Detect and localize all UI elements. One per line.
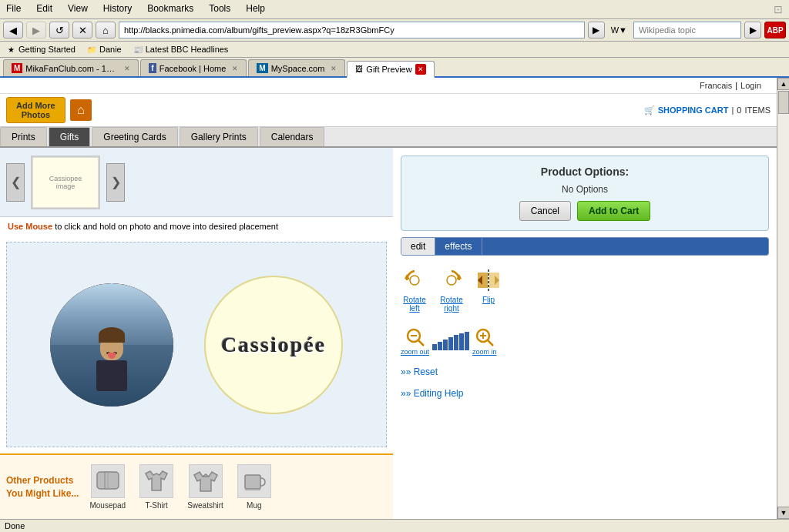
tab-myspace[interactable]: M MySpace.com ✕ — [248, 59, 345, 76]
photo-thumbnail[interactable]: Cassiopeeimage — [31, 156, 100, 209]
scroll-thumb[interactable] — [778, 91, 789, 114]
instruction-highlight: Use Mouse — [8, 222, 52, 231]
tab-gift-preview[interactable]: 🖼 Gift Preview ✕ — [347, 61, 434, 78]
product-canvas[interactable]: Cassiopée — [6, 242, 387, 447]
tab-facebook-close[interactable]: ✕ — [232, 65, 238, 72]
menu-edit[interactable]: Edit — [33, 2, 55, 17]
toolbar: ◀ ▶ ↺ ✕ ⌂ ▶ W▼ ▶ ABP — [0, 19, 789, 42]
home-icon[interactable]: ⌂ — [70, 99, 92, 121]
zoom-bars — [432, 332, 469, 350]
content-area: ❮ Cassiopeeimage ❯ Use Mouse to cli — [0, 148, 777, 519]
product-round[interactable]: Cassiopée — [204, 276, 343, 414]
nav-tab-greeting-cards[interactable]: Greeting Cards — [92, 127, 177, 146]
nav-tab-prints[interactable]: Prints — [0, 127, 47, 146]
no-options-text: No Options — [411, 184, 759, 195]
nav-tab-gallery-prints[interactable]: Gallery Prints — [180, 127, 258, 146]
search-go-button[interactable]: ▶ — [744, 22, 761, 38]
cancel-button[interactable]: Cancel — [519, 201, 571, 221]
menu-bar: File Edit View History Bookmarks Tools H… — [0, 0, 789, 19]
go-button[interactable]: ▶ — [588, 22, 605, 38]
rotate-right-label[interactable]: Rotate right — [440, 296, 462, 313]
sweatshirt-label: Sweatshirt — [187, 501, 223, 510]
search-input[interactable] — [633, 22, 741, 38]
zoom-out-label[interactable]: zoom out — [401, 348, 429, 356]
scrollbar[interactable]: ▲ ▼ — [777, 78, 789, 519]
resize-icon: ⊡ — [771, 2, 786, 17]
menu-view[interactable]: View — [65, 2, 91, 17]
add-to-cart-button[interactable]: Add to Cart — [577, 201, 650, 221]
product-tshirt[interactable]: T-Shirt — [136, 461, 176, 513]
svg-marker-3 — [146, 471, 167, 490]
effects-tab[interactable]: effects — [435, 238, 482, 255]
svg-line-21 — [488, 340, 493, 346]
tab-myspace-favicon: M — [257, 63, 267, 73]
sweatshirt-icon — [189, 464, 223, 498]
mug-icon — [237, 464, 271, 498]
login-link[interactable]: Login — [740, 81, 761, 90]
zoom-in-label[interactable]: zoom in — [472, 348, 497, 356]
bookmark-danie[interactable]: 📁 Danie — [84, 43, 124, 55]
nav-tab-calendars[interactable]: Calendars — [260, 127, 325, 146]
menu-bookmarks[interactable]: Bookmarks — [144, 2, 196, 17]
edit-tab[interactable]: edit — [401, 238, 435, 255]
stop-button[interactable]: ✕ — [72, 22, 92, 38]
add-photos-button[interactable]: Add More Photos — [6, 97, 65, 123]
zoom-out-icon[interactable] — [405, 326, 426, 348]
rotate-left-effect[interactable]: Rotate left — [401, 266, 428, 313]
home-button[interactable]: ⌂ — [96, 22, 116, 38]
tab-mika[interactable]: M MikaFanClub.com - 100% Mi... ✕ — [3, 59, 139, 76]
menu-file[interactable]: File — [3, 2, 24, 17]
flip-effect[interactable]: Flip — [475, 266, 502, 313]
zoom-in-icon[interactable] — [474, 326, 495, 348]
photo-strip: ❮ Cassiopeeimage ❯ — [0, 148, 393, 217]
danie-label: Danie — [99, 45, 122, 54]
edit-effects-bar: edit effects — [401, 237, 769, 256]
editing-help-link[interactable]: Editing Help — [401, 385, 769, 402]
zoom-out-group: zoom out — [401, 326, 429, 356]
rotate-right-effect[interactable]: Rotate right — [438, 266, 465, 313]
tab-myspace-close[interactable]: ✕ — [331, 65, 337, 72]
abp-button[interactable]: ABP — [764, 22, 786, 38]
zoom-bar-1 — [432, 344, 437, 350]
francais-link[interactable]: Francais — [700, 81, 732, 90]
menu-history[interactable]: History — [100, 2, 135, 17]
rotate-left-label[interactable]: Rotate left — [403, 296, 425, 313]
scroll-down-button[interactable]: ▼ — [777, 507, 789, 519]
scroll-track[interactable] — [777, 90, 789, 507]
tab-mika-close[interactable]: ✕ — [124, 65, 130, 72]
reset-link[interactable]: Reset — [401, 363, 769, 380]
photo-prev-button[interactable]: ❮ — [6, 163, 25, 202]
status-text: Done — [5, 521, 25, 530]
menu-tools[interactable]: Tools — [206, 2, 233, 17]
zoom-bar-7 — [465, 332, 469, 350]
tab-gift-close[interactable]: ✕ — [415, 64, 426, 75]
svg-rect-6 — [245, 475, 260, 489]
bookmark-bbc[interactable]: 📰 Latest BBC Headlines — [130, 43, 231, 55]
bookmarks-bar: ★ Getting Started 📁 Danie 📰 Latest BBC H… — [0, 42, 789, 58]
product-badge[interactable] — [50, 283, 173, 407]
nav-tab-gifts[interactable]: Gifts — [49, 127, 91, 146]
product-mug[interactable]: Mug — [234, 461, 274, 513]
flip-label[interactable]: Flip — [482, 296, 495, 304]
tab-facebook[interactable]: f Facebook | Home ✕ — [140, 59, 247, 76]
svg-point-11 — [447, 276, 456, 285]
photo-next-button[interactable]: ❯ — [106, 163, 125, 202]
address-bar[interactable] — [119, 22, 585, 38]
tab-myspace-label: MySpace.com — [271, 64, 325, 73]
forward-button[interactable]: ▶ — [26, 22, 46, 38]
bookmark-getting-started[interactable]: ★ Getting Started — [3, 43, 78, 55]
back-button[interactable]: ◀ — [3, 22, 23, 38]
menu-help[interactable]: Help — [243, 2, 268, 17]
scroll-up-button[interactable]: ▲ — [777, 78, 789, 90]
svg-rect-7 — [245, 489, 260, 490]
edit-effects-section: edit effects — [401, 237, 769, 402]
rotate-right-icon — [438, 266, 465, 294]
shopping-cart-link[interactable]: SHOPPING CART — [658, 105, 729, 115]
product-mousepad[interactable]: Mousepad — [86, 461, 129, 513]
product-sweatshirt[interactable]: Sweatshirt — [184, 461, 227, 513]
refresh-button[interactable]: ↺ — [49, 22, 69, 38]
cart-items-label: ITEMS — [744, 105, 771, 115]
options-buttons: Cancel Add to Cart — [411, 201, 759, 221]
status-bar: Done — [0, 519, 789, 532]
browser-frame: File Edit View History Bookmarks Tools H… — [0, 0, 789, 532]
